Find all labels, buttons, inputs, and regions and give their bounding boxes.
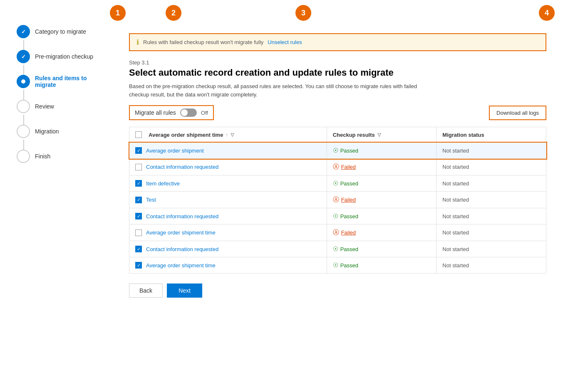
- sidebar-step-rules[interactable]: Rules and items to migrate: [17, 75, 104, 88]
- filter-icon-checkup[interactable]: ▽: [377, 132, 381, 138]
- callout-number-1: 1: [110, 5, 126, 21]
- checkup-status-5: ☉Passed: [333, 212, 431, 220]
- sidebar-step-pre-migration[interactable]: ✓Pre-migration checkup: [17, 50, 104, 63]
- sidebar-step-category[interactable]: ✓Category to migrate: [17, 25, 104, 38]
- back-button[interactable]: Back: [129, 284, 163, 298]
- callout-number-2: 2: [166, 5, 181, 21]
- step-label-pre-migration: Pre-migration checkup: [35, 53, 93, 60]
- table-row: Contact information requestedⒶFailedNot …: [129, 159, 546, 175]
- step-label-finish: Finish: [35, 153, 50, 160]
- toggle-state-label: Off: [201, 110, 208, 116]
- filter-icon-rule[interactable]: ▽: [231, 132, 234, 138]
- row-checkbox-6[interactable]: [135, 229, 142, 236]
- rule-name-7[interactable]: Contact information requested: [146, 246, 218, 252]
- checkup-status-4: ⒶFailed: [333, 196, 431, 204]
- next-button[interactable]: Next: [167, 284, 202, 298]
- migrate-toggle-group: Migrate all rules Off: [129, 105, 214, 120]
- rule-name-8[interactable]: Average order shipment time: [146, 262, 216, 269]
- step-label-review: Review: [35, 103, 54, 110]
- rule-name-3[interactable]: Item defective: [146, 180, 180, 187]
- main-content: 1 2 3 4 ℹ Rules with failed checkup resu…: [117, 0, 563, 392]
- select-all-checkbox[interactable]: [135, 131, 142, 138]
- unselect-rules-link[interactable]: Unselect rules: [268, 39, 302, 45]
- migrate-all-label: Migrate all rules: [135, 109, 176, 116]
- checkup-status-6: ⒶFailed: [333, 229, 431, 237]
- step-number: Step 3.1: [129, 59, 546, 66]
- migration-status-3: Not started: [437, 175, 546, 192]
- step-label-migration: Migration: [35, 128, 59, 135]
- migration-status-2: Not started: [437, 159, 546, 175]
- rule-name-4[interactable]: Test: [146, 197, 156, 203]
- checkup-label: Passed: [340, 262, 358, 269]
- migration-status-1: Not started: [437, 143, 546, 159]
- table-row: ✓Average order shipment☉PassedNot starte…: [129, 143, 546, 159]
- row-checkbox-2[interactable]: [135, 164, 142, 170]
- checkup-status-8: ☉Passed: [333, 261, 431, 269]
- step-circle-rules: [17, 75, 30, 88]
- checkup-status-2: ⒶFailed: [333, 163, 431, 171]
- sidebar: ✓Category to migrate✓Pre-migration check…: [0, 0, 117, 392]
- info-icon: ℹ: [136, 38, 139, 46]
- checkup-status-3: ☉Passed: [333, 180, 431, 187]
- table-header-row: Average order shipment time ↑ ▽ Checkup …: [129, 127, 546, 143]
- table-row: Average order shipment timeⒶFailedNot st…: [129, 224, 546, 241]
- rule-name-2[interactable]: Contact information requested: [146, 164, 218, 170]
- row-checkbox-4[interactable]: ✓: [135, 197, 142, 203]
- col-header-rule: Average order shipment time ↑ ▽: [129, 127, 327, 143]
- step-description: Based on the pre-migration checkup resul…: [129, 82, 420, 99]
- rules-table: Average order shipment time ↑ ▽ Checkup …: [129, 127, 546, 274]
- sidebar-step-review[interactable]: Review: [17, 100, 104, 113]
- row-checkbox-8[interactable]: ✓: [135, 262, 142, 269]
- step-circle-review: [17, 100, 30, 113]
- failed-icon: Ⓐ: [333, 196, 339, 204]
- migration-status-4: Not started: [437, 192, 546, 208]
- passed-icon: ☉: [333, 147, 338, 154]
- failed-link[interactable]: Failed: [341, 164, 356, 170]
- sidebar-step-finish[interactable]: Finish: [17, 150, 104, 163]
- col-checkup-label: Checkup results: [333, 132, 375, 138]
- step-circle-category: ✓: [17, 25, 30, 38]
- failed-icon: Ⓐ: [333, 163, 339, 171]
- footer-buttons: Back Next: [129, 284, 546, 298]
- checkup-label: Passed: [340, 246, 358, 252]
- rule-name-1[interactable]: Average order shipment: [146, 148, 204, 154]
- checkup-label: Passed: [340, 180, 358, 187]
- failed-link[interactable]: Failed: [341, 229, 356, 236]
- step-label-rules: Rules and items to migrate: [35, 75, 104, 88]
- table-row: ✓Contact information requested☉PassedNot…: [129, 241, 546, 257]
- step-title: Select automatic record creation and upd…: [129, 67, 546, 78]
- migration-status-5: Not started: [437, 208, 546, 224]
- rule-name-6[interactable]: Average order shipment time: [146, 229, 216, 236]
- passed-icon: ☉: [333, 180, 338, 187]
- callout-message: Rules with failed checkup result won't m…: [143, 39, 263, 45]
- checkup-label: Passed: [340, 213, 358, 219]
- callout-number-3: 3: [295, 5, 311, 21]
- table-row: ✓Item defective☉PassedNot started: [129, 175, 546, 192]
- toolbar-row: Migrate all rules Off Download all logs: [129, 105, 546, 120]
- col-header-checkup: Checkup results ▽: [327, 127, 437, 143]
- row-checkbox-5[interactable]: ✓: [135, 213, 142, 219]
- migrate-toggle[interactable]: [180, 108, 197, 117]
- col-rule-label: Average order shipment time: [149, 132, 223, 138]
- step-circle-finish: [17, 150, 30, 163]
- failed-link[interactable]: Failed: [341, 197, 356, 203]
- col-header-status: Migration status: [437, 127, 546, 143]
- checkup-status-7: ☉Passed: [333, 245, 431, 253]
- row-checkbox-1[interactable]: ✓: [135, 147, 142, 154]
- passed-icon: ☉: [333, 261, 338, 269]
- failed-icon: Ⓐ: [333, 229, 339, 237]
- checkup-label: Passed: [340, 148, 358, 154]
- rule-name-5[interactable]: Contact information requested: [146, 213, 218, 219]
- migration-status-7: Not started: [437, 241, 546, 257]
- sidebar-step-migration[interactable]: Migration: [17, 125, 104, 138]
- row-checkbox-3[interactable]: ✓: [135, 180, 142, 187]
- migration-status-6: Not started: [437, 224, 546, 241]
- sort-icon[interactable]: ↑: [226, 132, 228, 137]
- table-row: ✓Average order shipment time☉PassedNot s…: [129, 257, 546, 274]
- row-checkbox-7[interactable]: ✓: [135, 246, 142, 252]
- table-row: ✓TestⒶFailedNot started: [129, 192, 546, 208]
- passed-icon: ☉: [333, 212, 338, 220]
- download-all-logs-button[interactable]: Download all logs: [489, 106, 546, 120]
- callout-banner: ℹ Rules with failed checkup result won't…: [129, 33, 546, 51]
- migration-status-8: Not started: [437, 257, 546, 274]
